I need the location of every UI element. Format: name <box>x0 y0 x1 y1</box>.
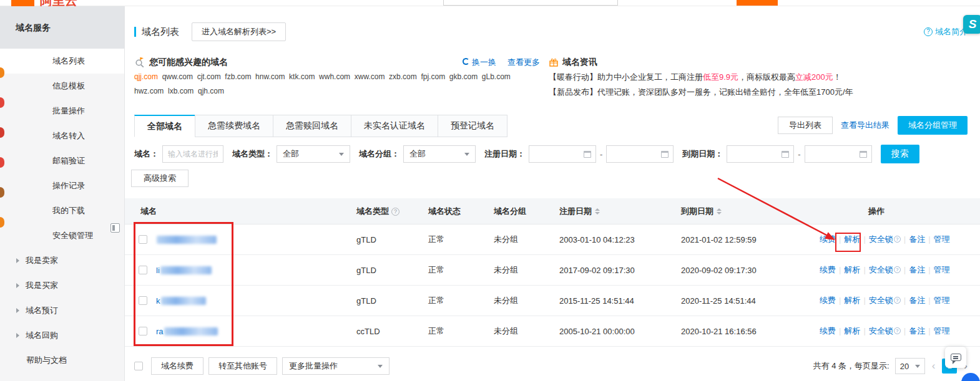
calendar-icon <box>661 151 669 158</box>
sidebar-group-reserve[interactable]: 域名预订 <box>0 298 124 323</box>
top-orange-button[interactable] <box>737 0 778 6</box>
sidebar-item-batch-ops[interactable]: 批量操作 <box>0 99 124 123</box>
security-lock-link[interactable]: 安全锁 <box>869 296 893 305</box>
domain-group-manage-button[interactable]: 域名分组管理 <box>898 116 968 135</box>
sort-icon[interactable] <box>717 208 722 215</box>
row-checkbox[interactable] <box>139 235 147 244</box>
enter-resolution-list-button[interactable]: 进入域名解析列表>> <box>192 22 286 41</box>
sidebar-item-security-lock[interactable]: 安全锁管理 <box>0 223 124 248</box>
domain-search-input[interactable] <box>162 145 223 163</box>
view-export-result-link[interactable]: 查看导出结果 <box>841 120 889 131</box>
domain-name-cell[interactable]: ra <box>156 327 356 336</box>
group-select[interactable]: 全部 <box>403 145 476 163</box>
sort-icon[interactable] <box>595 208 600 215</box>
top-search-input[interactable] <box>443 0 618 6</box>
domain-name-cell[interactable]: k <box>156 296 356 306</box>
domain-name-cell[interactable]: li <box>156 266 356 275</box>
manage-link[interactable]: 管理 <box>934 265 950 274</box>
help-circle-icon[interactable]: ? <box>391 208 399 216</box>
manage-link[interactable]: 管理 <box>934 296 950 305</box>
remark-link[interactable]: 备注 <box>909 326 925 335</box>
sidebar-item-email-verify[interactable]: 邮箱验证 <box>0 148 124 173</box>
question-circle-icon: ? <box>924 27 933 36</box>
feedback-chat-button[interactable] <box>945 347 966 368</box>
security-lock-link[interactable]: 安全锁 <box>869 326 893 335</box>
news-title: 域名资讯 <box>562 57 597 68</box>
sidebar-item-transfer-in[interactable]: 域名转入 <box>0 123 124 148</box>
reg-date-end-input[interactable] <box>606 145 674 163</box>
search-button[interactable]: 搜索 <box>881 145 919 163</box>
sidebar-group-seller[interactable]: 我是卖家 <box>0 248 124 273</box>
prev-page-icon[interactable]: ‹ <box>931 360 937 372</box>
batch-transfer-button[interactable]: 转至其他账号 <box>208 357 277 375</box>
tab-all-domains[interactable]: 全部域名 <box>134 115 195 137</box>
gift-icon <box>549 57 559 67</box>
security-lock-link[interactable]: 安全锁 <box>869 234 893 244</box>
tab-need-renewal[interactable]: 急需续费域名 <box>195 115 273 137</box>
resolve-link[interactable]: 解析 <box>844 265 860 274</box>
refresh-link[interactable]: 换一换 <box>463 57 496 68</box>
news-line-1[interactable]: 【暖春行动】助力中小企业复工，工商注册低至9.9元，商标版权最高立减200元！ <box>549 70 968 85</box>
renew-link[interactable]: 续费 <box>820 296 836 305</box>
exp-date: 2020-10-21 16:16:56 <box>681 327 818 336</box>
sidebar-item-operation-log[interactable]: 操作记录 <box>0 173 124 198</box>
more-batch-ops-select[interactable]: 更多批量操作 <box>282 357 390 375</box>
help-circle-icon[interactable]: ? <box>894 297 901 304</box>
renew-link[interactable]: 续费 <box>820 234 836 244</box>
advanced-search-button[interactable]: 高级搜索 <box>131 170 189 187</box>
sidebar-group-buyer[interactable]: 我是买家 <box>0 273 124 298</box>
renew-link[interactable]: 续费 <box>820 265 836 274</box>
suggested-domains-line2[interactable]: hwz.com lxb.com qjh.com <box>134 84 540 99</box>
help-circle-icon[interactable]: ? <box>894 327 901 334</box>
sidebar-collapse-icon[interactable] <box>110 223 120 233</box>
manage-link[interactable]: 管理 <box>934 234 950 244</box>
domain-intro-link[interactable]: ? 域名简介 <box>924 26 968 37</box>
header-reg-date[interactable]: 注册日期 <box>559 206 681 217</box>
renew-link[interactable]: 续费 <box>820 326 836 335</box>
tab-preregister[interactable]: 预登记域名 <box>438 115 507 137</box>
aliyun-logo-icon[interactable] <box>11 0 34 6</box>
row-checkbox[interactable] <box>139 296 147 305</box>
reg-date-start-input[interactable] <box>529 145 596 163</box>
remark-link[interactable]: 备注 <box>909 296 925 305</box>
resolve-link[interactable]: 解析 <box>844 326 860 335</box>
resolve-link[interactable]: 解析 <box>844 296 860 305</box>
news-line-2[interactable]: 【新品发布】代理记账，资深团队多对一服务，记账出错全赔付，全年低至1700元/年 <box>549 85 968 100</box>
tab-need-redeem[interactable]: 急需赎回域名 <box>273 115 351 137</box>
interest-title: 您可能感兴趣的域名 <box>149 57 228 68</box>
type-select-value: 全部 <box>283 148 299 160</box>
help-circle-icon[interactable]: ? <box>894 236 901 243</box>
header-exp-date[interactable]: 到期日期 <box>681 206 818 217</box>
exp-date-start-input[interactable] <box>727 145 794 163</box>
select-all-checkbox[interactable] <box>134 362 143 370</box>
help-circle-icon[interactable]: ? <box>894 266 901 273</box>
browser-extension-icon[interactable]: S <box>963 15 980 34</box>
view-more-link[interactable]: 查看更多 <box>507 57 540 68</box>
sidebar-group-label: 域名预订 <box>26 298 58 323</box>
domain-name-cell[interactable] <box>156 236 356 244</box>
sidebar-item-my-downloads[interactable]: 我的下载 <box>0 198 124 223</box>
type-select[interactable]: 全部 <box>277 145 350 163</box>
sidebar-item-info-template[interactable]: 信息模板 <box>0 74 124 99</box>
highlight-domain[interactable]: qjj.com <box>134 72 158 81</box>
header-type: 域名类型? <box>356 206 428 217</box>
filter-row: 域名： 域名类型： 全部 域名分组： 全部 注册日期： - 到期日期： - 搜索 <box>134 145 974 163</box>
sidebar-item-domain-list[interactable]: 域名列表 <box>0 49 124 74</box>
content-header: 域名列表 进入域名解析列表>> ? 域名简介 <box>134 22 968 42</box>
sidebar-group-label: 我是卖家 <box>26 248 58 273</box>
page-size-select[interactable]: 20 <box>895 358 925 374</box>
tab-not-verified[interactable]: 未实名认证域名 <box>351 115 438 137</box>
resolve-link[interactable]: 解析 <box>844 234 860 244</box>
sidebar-group-buyback[interactable]: 域名回购 <box>0 323 124 348</box>
manage-link[interactable]: 管理 <box>934 326 950 335</box>
row-checkbox[interactable] <box>139 327 147 335</box>
sidebar-item-help-docs[interactable]: 帮助与文档 <box>0 348 124 373</box>
row-checkbox[interactable] <box>139 266 147 274</box>
export-list-button[interactable]: 导出列表 <box>778 117 833 134</box>
batch-renew-button[interactable]: 域名续费 <box>151 357 203 375</box>
security-lock-link[interactable]: 安全锁 <box>869 265 893 274</box>
remark-link[interactable]: 备注 <box>909 265 925 274</box>
exp-date-end-input[interactable] <box>805 145 872 163</box>
suggested-domains-line1[interactable]: qjj.com qww.com cjt.com fzb.com hnw.com … <box>134 70 540 84</box>
remark-link[interactable]: 备注 <box>909 234 925 244</box>
